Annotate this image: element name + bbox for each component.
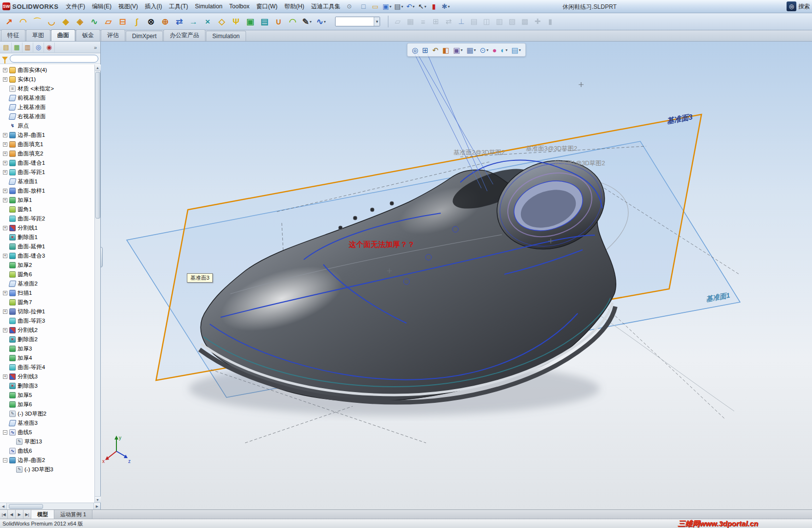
expand-icon[interactable]: +	[3, 291, 7, 295]
expand-icon[interactable]: +	[3, 226, 7, 230]
tree-item[interactable]: 加厚6	[0, 400, 100, 409]
tree-item[interactable]: +曲面-放样1	[0, 186, 100, 196]
command-tab-评估[interactable]: 评估	[101, 29, 125, 41]
dropdown-arrow-icon[interactable]: ▾	[461, 48, 463, 52]
tree-item[interactable]: +曲面-等距1	[0, 168, 100, 177]
surface-extrude-icon[interactable]: ↗	[2, 15, 16, 28]
tree-item[interactable]: 删除面2	[0, 335, 100, 344]
expand-icon[interactable]: +	[3, 254, 7, 258]
inactive-tool-icon-3[interactable]: ≡	[417, 15, 429, 28]
document-tab-模型[interactable]: 模型	[31, 510, 54, 519]
offset-surface-icon[interactable]: ⊟	[116, 15, 129, 28]
tab-nav-icon-3[interactable]: ▶	[16, 510, 23, 519]
search-label[interactable]: 搜索	[798, 2, 810, 11]
dropdown-arrow-icon[interactable]: ▾	[519, 48, 521, 52]
expand-icon[interactable]: +	[3, 68, 7, 72]
tree-item[interactable]: 右视基准面	[0, 112, 100, 121]
inactive-tool-icon-11[interactable]: ▩	[519, 15, 531, 28]
tree-item[interactable]: +加厚1	[0, 196, 100, 205]
menu-item-视图(V)[interactable]: 视图(V)	[115, 0, 141, 13]
tree-item[interactable]: +曲面填充1	[0, 140, 100, 149]
fillet-icon[interactable]: ◠	[286, 15, 299, 28]
command-tab-钣金[interactable]: 钣金	[76, 29, 100, 41]
planar-surface-icon[interactable]: ▱	[102, 15, 115, 28]
tree-item[interactable]: 曲面-等距2	[0, 214, 100, 223]
tree-item[interactable]: 上视基准面	[0, 103, 100, 112]
view-orientation-icon[interactable]: ▣▾	[451, 45, 464, 55]
delete-hole-icon[interactable]: ⊗	[144, 15, 158, 28]
tab-nav-icon-4[interactable]: ▶|	[23, 510, 31, 519]
tree-item[interactable]: 原点	[0, 121, 100, 131]
menu-item-帮助(H)[interactable]: 帮助(H)	[281, 0, 308, 13]
configuration-dropdown[interactable]: ▾	[335, 17, 380, 26]
trim-surface-icon[interactable]: ×	[201, 15, 214, 28]
tree-item[interactable]: 材质 <未指定>	[0, 84, 100, 93]
tree-item[interactable]: 圆角6	[0, 270, 100, 279]
command-tab-特征[interactable]: 特征	[1, 29, 25, 41]
tree-item[interactable]: 前视基准面	[0, 93, 100, 103]
tree-item[interactable]: +分割线1	[0, 223, 100, 233]
configurationmanager-tab-icon[interactable]: ▥	[23, 43, 33, 52]
inactive-tool-icon-9[interactable]: ▥	[493, 15, 506, 28]
select-icon[interactable]: ↖▾	[417, 1, 428, 11]
view-settings-icon[interactable]: ▤▾	[510, 45, 522, 55]
curves-icon[interactable]: ∿▾	[315, 15, 328, 28]
scroll-left-icon[interactable]: ◀	[0, 503, 7, 509]
tree-item[interactable]: +实体(1)	[0, 75, 100, 84]
propertymanager-tab-icon[interactable]: ▦	[12, 43, 23, 52]
new-document-icon[interactable]: □	[358, 1, 369, 11]
tree-item[interactable]: −曲线5	[0, 428, 100, 437]
tree-item[interactable]: 加厚3	[0, 344, 100, 353]
knit-surface-icon[interactable]: Ψ	[229, 15, 243, 28]
open-icon[interactable]: ▭	[370, 1, 381, 11]
menu-item-文件(F)[interactable]: 文件(F)	[63, 0, 89, 13]
menu-item-迈迪工具集[interactable]: 迈迪工具集	[308, 0, 344, 13]
hscroll-thumb[interactable]	[9, 504, 43, 509]
tree-item[interactable]: 基准面2	[0, 279, 100, 288]
cut-with-surface-icon[interactable]: ∪	[272, 15, 285, 28]
untrim-surface-icon[interactable]: ◇	[215, 15, 228, 28]
search-icon[interactable]: ◎	[787, 1, 796, 11]
zoom-area-icon[interactable]: ⊞	[421, 45, 430, 55]
expand-icon[interactable]: +	[3, 170, 7, 175]
expand-icon[interactable]: +	[3, 161, 7, 165]
tree-item[interactable]: (-) 3D草图2	[0, 409, 100, 418]
inactive-tool-icon-7[interactable]: ▤	[468, 15, 480, 28]
expand-icon[interactable]: +	[3, 133, 7, 137]
menu-item-窗口(W)[interactable]: 窗口(W)	[253, 0, 281, 13]
surface-loft-icon[interactable]: ◡	[45, 15, 58, 28]
tree-vertical-scrollbar[interactable]: ▲ ▼	[94, 65, 100, 503]
menu-item-工具(T)[interactable]: 工具(T)	[165, 0, 191, 13]
inactive-tool-icon-1[interactable]: ▱	[391, 15, 404, 28]
tree-item[interactable]: +曲面-缝合3	[0, 251, 100, 261]
inactive-tool-icon-12[interactable]: ✚	[531, 15, 544, 28]
expand-icon[interactable]: +	[3, 77, 7, 82]
scroll-down-icon[interactable]: ▼	[95, 496, 101, 503]
tree-item[interactable]: +分割线2	[0, 326, 100, 335]
save-icon[interactable]: ▣▾	[382, 1, 392, 11]
expand-icon[interactable]: +	[3, 152, 7, 156]
scroll-right-icon[interactable]: ▶	[93, 503, 100, 509]
tree-item[interactable]: 基准面1	[0, 177, 100, 186]
tree-item[interactable]: 圆角1	[0, 205, 100, 214]
tree-item[interactable]: 草图13	[0, 437, 100, 446]
dropdown-arrow-icon[interactable]: ▾	[374, 17, 380, 26]
dimxpertmanager-tab-icon[interactable]: ◎	[33, 43, 44, 52]
replace-face-icon[interactable]: ⊕	[158, 15, 172, 28]
menu-item-插入(I)[interactable]: 插入(I)	[141, 0, 165, 13]
inactive-tool-icon-10[interactable]: ▧	[506, 15, 519, 28]
pin-menu-icon[interactable]: ⊙	[344, 3, 355, 10]
hide-show-items-icon[interactable]: ⊙▾	[478, 45, 490, 55]
menu-item-编辑(E)[interactable]: 编辑(E)	[89, 0, 115, 13]
dropdown-arrow-icon[interactable]: ▾	[486, 48, 488, 52]
expand-icon[interactable]: +	[3, 374, 7, 379]
tree-item[interactable]: +边界-曲面1	[0, 131, 100, 140]
filled-surface-icon[interactable]: ◈	[73, 15, 87, 28]
move-face-icon[interactable]: ⇄	[173, 15, 186, 28]
surface-sweep-icon[interactable]: ⌒	[31, 15, 44, 28]
dropdown-arrow-icon[interactable]: ▾	[389, 4, 391, 9]
edit-appearance-icon[interactable]: ●	[491, 45, 498, 55]
menu-item-Toolbox[interactable]: Toolbox	[226, 1, 253, 12]
thicken-icon[interactable]: ▣	[244, 15, 257, 28]
options-icon[interactable]: ✱▾	[440, 1, 451, 11]
